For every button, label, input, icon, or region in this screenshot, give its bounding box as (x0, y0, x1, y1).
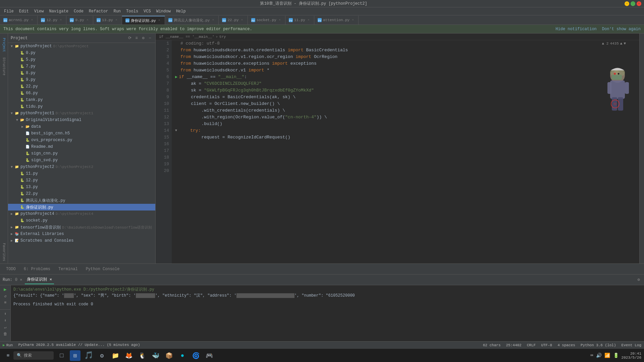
encoding[interactable]: UTF-8 (541, 343, 552, 347)
fold-icon[interactable]: ▼ (175, 127, 179, 134)
tab-close-button[interactable]: × (157, 18, 161, 22)
line-count-chevron-up[interactable]: ▲ (620, 42, 623, 46)
tree-item[interactable]: 🐍身份证识别.py (8, 204, 155, 210)
tree-item[interactable]: 🐍腾讯云人像动漫化.py (8, 197, 155, 204)
bottom-tab-6:-problems[interactable]: 6: Problems (20, 266, 54, 272)
menu-item-vcs[interactable]: VCS (141, 8, 154, 14)
tab-0-py[interactable]: py0.py× (66, 16, 93, 24)
tree-item[interactable]: ▶📚External Libraries (8, 231, 155, 237)
tab-close-button[interactable]: × (30, 18, 34, 22)
tab-close-button[interactable]: × (351, 18, 355, 22)
tab-close-button[interactable]: × (114, 18, 118, 22)
tab-13-py[interactable]: py13.py× (93, 16, 122, 24)
app-icon-5[interactable]: 🦊 (123, 350, 134, 361)
run-play-button[interactable]: ▶ (3, 287, 8, 292)
tab-close-button[interactable]: × (240, 18, 244, 22)
run-gutter-button[interactable]: ▶ (175, 74, 177, 80)
tree-arrow-icon[interactable]: ▶ (9, 212, 14, 216)
tree-item[interactable]: ▶📝Scratches and Consoles (8, 237, 155, 244)
tree-item[interactable]: ▶📂data (8, 123, 155, 130)
tree-arrow-icon[interactable]: ▼ (15, 118, 19, 122)
tree-arrow-icon[interactable]: ▶ (20, 125, 25, 129)
project-panel-button[interactable]: Project (1, 35, 7, 55)
tab-close-button[interactable]: × (278, 18, 282, 22)
favorites-panel-button[interactable]: Favorites (1, 242, 7, 262)
tab-身份证识别-py[interactable]: py身份证识别.py× (122, 16, 165, 24)
tree-item[interactable]: 🐍tank.py (8, 97, 155, 103)
tree-item[interactable]: 🐍11.py (8, 170, 155, 177)
interpreter[interactable]: Python 3.6 (lol) (581, 343, 616, 347)
editor-content[interactable]: 1234567891011121314151617181920 # coding… (156, 40, 639, 263)
hide-action-button[interactable]: − (147, 36, 153, 41)
close-button[interactable]: ✕ (637, 1, 641, 6)
tree-item[interactable]: 🐍9.py (8, 76, 155, 83)
run-scroll-top-button[interactable]: ⬆ (3, 311, 8, 316)
hide-notification-button[interactable]: Hide notification (555, 27, 596, 32)
settings-action-button[interactable]: ⚙ (141, 36, 146, 41)
tree-item[interactable]: 🐍13.py (8, 184, 155, 190)
run-scroll-bottom-button[interactable]: ⬇ (3, 318, 8, 323)
app-icon-2[interactable]: 🎵 (83, 350, 94, 361)
tree-item[interactable]: 🐍0.py (8, 50, 155, 56)
tree-item[interactable]: 🐍ovs_preprocess.py (8, 137, 155, 143)
tree-item[interactable]: ▶📁tensorflow语音识别D:\BaiduNetdiskDownload\… (8, 224, 155, 231)
tree-item[interactable]: 🐍8.py (8, 70, 155, 76)
tab-acrnn1-py[interactable]: pyacrnn1.py× (0, 16, 38, 24)
tree-arrow-icon[interactable]: ▼ (9, 165, 14, 169)
minimize-button[interactable]: ─ (625, 1, 629, 6)
menu-item-file[interactable]: File (1, 8, 16, 14)
tab-close-button[interactable]: × (211, 18, 215, 22)
run-content[interactable]: D:\acada\envs\lol\python.exe D:/pythonPr… (11, 285, 644, 341)
tree-arrow-icon[interactable]: ▶ (9, 232, 14, 236)
menu-item-refactor[interactable]: Refactor (86, 8, 111, 14)
tree-item[interactable]: ▼📂OriginalVibrationSignal (8, 117, 155, 123)
menu-item-code[interactable]: Code (71, 8, 86, 14)
tree-arrow-icon[interactable]: ▼ (9, 112, 14, 115)
tree-item[interactable]: 🐍22.py (8, 83, 155, 90)
app-icon-9[interactable]: ● (177, 350, 188, 361)
tree-item[interactable]: 🐍22.py (8, 190, 155, 197)
app-icon-6[interactable]: 🐧 (137, 350, 148, 361)
start-button[interactable]: ⊞ (3, 350, 13, 361)
menu-item-edit[interactable]: Edit (16, 8, 32, 14)
collapse-action-button[interactable]: ≡ (134, 36, 139, 41)
sync-action-button[interactable]: ⟳ (127, 36, 132, 41)
run-tab-active[interactable]: 身份证识别 ✕ (25, 275, 54, 284)
tab-腾讯云人像动漫化-py[interactable]: py腾讯云人像动漫化.py× (165, 16, 219, 24)
app-icon-8[interactable]: 📦 (164, 350, 174, 361)
indent[interactable]: 4 spaces (557, 343, 575, 347)
menu-item-view[interactable]: View (32, 8, 47, 14)
app-icon-7[interactable]: 🐳 (150, 350, 161, 361)
tree-arrow-icon[interactable]: ▼ (9, 45, 14, 48)
tab-close-button[interactable]: × (307, 18, 311, 22)
app-icon-1[interactable]: ⊞ (70, 350, 80, 361)
app-icon-11[interactable]: 🎮 (204, 350, 215, 361)
run-wrap-button[interactable]: ↵ (3, 324, 8, 330)
tree-item[interactable]: ▶📁pythonProject4D:\pythonProject4 (8, 210, 155, 217)
tree-item[interactable]: 🐍7.py (8, 63, 155, 70)
app-icon-4[interactable]: 📁 (110, 350, 121, 361)
line-endings[interactable]: CRLF (527, 343, 536, 347)
menu-item-help[interactable]: Help (173, 8, 189, 14)
tree-item[interactable]: 🐍sign_cnn.py (8, 150, 155, 157)
run-rerun-button[interactable]: ↺ (3, 293, 8, 299)
tree-item[interactable]: 🐍66.py (8, 90, 155, 97)
run-status[interactable]: ▶ Run (3, 343, 13, 347)
cursor-position[interactable]: 25:4402 (506, 343, 522, 347)
app-icon-3[interactable]: ⚙ (97, 350, 107, 361)
bottom-tab-terminal[interactable]: Terminal (55, 266, 81, 272)
app-icon-10[interactable]: 🌀 (191, 350, 201, 361)
tree-arrow-icon[interactable]: ▶ (9, 239, 14, 243)
run-clear-button[interactable]: 🗑 (3, 331, 8, 337)
tab-11-py[interactable]: py11.py× (285, 16, 314, 24)
tree-item[interactable]: 🐍tidu.py (8, 103, 155, 110)
tree-item[interactable]: ▼📁pythonProjectD:\pythonProject (8, 43, 155, 50)
tab-attention-py[interactable]: pyattention.py× (314, 16, 359, 24)
tree-item[interactable]: 📄best_sign_cnn.h5 (8, 130, 155, 137)
tab-12-py[interactable]: py12.py× (38, 16, 66, 24)
bottom-tab-todo[interactable]: TODO (3, 266, 19, 272)
run-stop-button[interactable]: ■ (3, 300, 8, 305)
tree-item[interactable]: 📄Readme.md (8, 143, 155, 150)
search-box[interactable]: 🔍 搜索 (13, 351, 54, 360)
run-tab-0[interactable]: 0 ✕ (15, 277, 22, 282)
